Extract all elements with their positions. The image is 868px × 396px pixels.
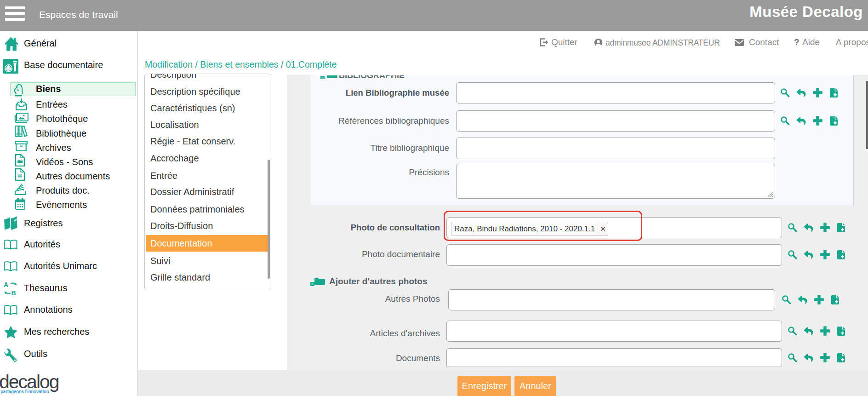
svg-text:A: A [4,281,8,288]
svg-text:B: B [11,289,16,296]
